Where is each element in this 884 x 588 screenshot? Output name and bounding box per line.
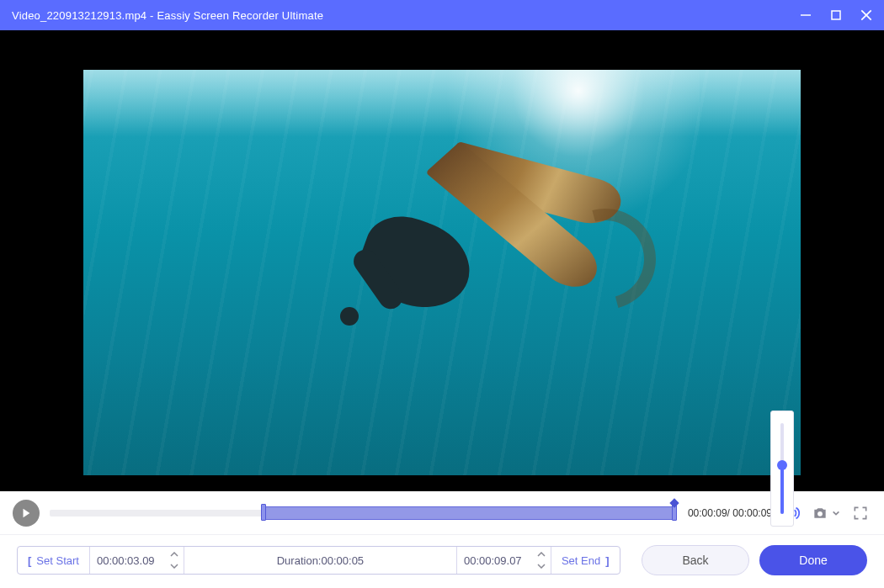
set-start-label: Set Start: [36, 554, 79, 567]
camera-icon: [811, 505, 829, 522]
timeline[interactable]: [50, 506, 674, 521]
chevron-up-icon: [537, 552, 546, 557]
timeline-handle-start[interactable]: [261, 504, 266, 521]
title-separator: -: [146, 9, 157, 22]
timeline-selection[interactable]: [264, 506, 674, 520]
start-time-value: 00:00:03.09: [97, 554, 177, 567]
minimize-icon: [800, 9, 812, 21]
title-appname: Eassiy Screen Recorder Ultimate: [157, 9, 323, 22]
snapshot-button[interactable]: [811, 504, 829, 522]
end-time-up[interactable]: [535, 548, 547, 560]
titlebar: Video_220913212913.mp4 - Eassiy Screen R…: [0, 0, 884, 30]
close-icon: [860, 8, 873, 22]
volume-slider[interactable]: [770, 411, 794, 527]
chevron-up-icon: [170, 552, 178, 557]
maximize-icon: [830, 9, 842, 21]
action-buttons: Back Done: [642, 545, 867, 575]
duration-value: 00:00:05: [321, 554, 364, 567]
video-frame[interactable]: [83, 70, 801, 475]
snapshot-dropdown[interactable]: [831, 506, 841, 520]
title-filename: Video_220913212913.mp4: [12, 9, 146, 22]
minimize-button[interactable]: [798, 8, 813, 23]
video-preview-area: [0, 30, 884, 491]
trim-controls: [ Set Start 00:00:03.09 Duration:00:00:0…: [0, 535, 884, 585]
fullscreen-icon: [852, 505, 869, 522]
start-time-up[interactable]: [168, 548, 180, 560]
start-time-down[interactable]: [168, 560, 180, 572]
bracket-right-icon: ]: [605, 554, 609, 567]
chevron-down-icon: [832, 509, 840, 517]
playback-controls: 00:00:09/ 00:00:09: [0, 491, 884, 535]
play-icon: [20, 507, 32, 519]
start-time-field[interactable]: 00:00:03.09: [90, 547, 184, 574]
done-button[interactable]: Done: [759, 545, 867, 575]
duration-label: Duration:: [277, 554, 322, 567]
back-button[interactable]: Back: [642, 545, 749, 575]
app-window: Video_220913212913.mp4 - Eassiy Screen R…: [0, 0, 884, 588]
set-end-label: Set End: [562, 554, 600, 567]
bracket-left-icon: [: [28, 554, 31, 567]
svg-rect-1: [832, 11, 840, 19]
close-button[interactable]: [859, 8, 874, 23]
window-controls: [798, 8, 874, 23]
set-start-button[interactable]: [ Set Start: [18, 547, 90, 574]
end-time-value: 00:00:09.07: [464, 554, 544, 567]
time-display: 00:00:09/ 00:00:09: [688, 507, 772, 519]
total-time: 00:00:09: [732, 507, 772, 519]
set-end-button[interactable]: Set End ]: [551, 547, 620, 574]
current-time: 00:00:09: [688, 507, 727, 519]
play-button[interactable]: [13, 500, 40, 527]
snapshot-group: [811, 504, 841, 522]
duration-display: Duration:00:00:05: [184, 547, 457, 574]
maximize-button[interactable]: [828, 8, 844, 23]
chevron-down-icon: [537, 564, 546, 569]
volume-thumb[interactable]: [777, 460, 787, 470]
chevron-down-icon: [170, 564, 178, 569]
trim-group: [ Set Start 00:00:03.09 Duration:00:00:0…: [17, 546, 620, 575]
fullscreen-button[interactable]: [851, 504, 870, 522]
svg-marker-4: [24, 508, 30, 517]
svg-point-5: [817, 511, 823, 516]
end-time-down[interactable]: [535, 560, 547, 572]
volume-track[interactable]: [780, 423, 784, 514]
end-time-field[interactable]: 00:00:09.07: [457, 547, 551, 574]
